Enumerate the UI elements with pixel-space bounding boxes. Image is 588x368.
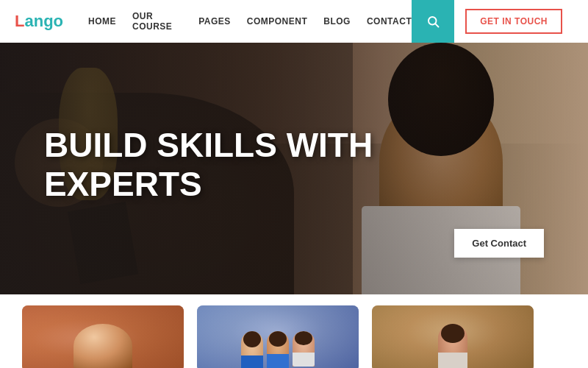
logo[interactable]: Lango (15, 12, 66, 31)
svg-line-1 (436, 24, 439, 26)
nav-item-blog[interactable]: BLOG (323, 16, 351, 26)
figure-shirt-3 (241, 355, 263, 368)
card-thumbnail-2[interactable] (197, 305, 359, 368)
search-icon (426, 15, 440, 28)
get-in-touch-button[interactable]: Get In Touch (465, 9, 562, 34)
figure-shirt-1 (79, 355, 101, 368)
nav-item-pages[interactable]: PAGES (198, 16, 231, 26)
nav-item-contact[interactable]: CONTACT (367, 16, 412, 26)
figure-6 (438, 324, 467, 368)
logo-letter-l: L (15, 12, 24, 30)
figure-1 (79, 331, 101, 368)
logo-text: ango (24, 12, 63, 30)
nav-item-component[interactable]: COMPONENT (247, 16, 308, 26)
figure-shirt-5 (293, 353, 315, 367)
figure-shirt-4 (267, 354, 289, 368)
nav-links: HOME OUR COURSE PAGES COMPONENT BLOG CON… (88, 11, 412, 32)
figure-shirt-6 (438, 353, 467, 368)
navbar: Lango HOME OUR COURSE PAGES COMPONENT BL… (0, 0, 588, 43)
figure-4 (267, 331, 289, 368)
figure-shirt-2 (105, 353, 127, 367)
card-thumbnail-3[interactable] (372, 305, 534, 368)
cards-section (0, 294, 588, 368)
hero-section: BUILD SKILLS WITH EXPERTS Get Contact (0, 43, 588, 294)
nav-item-our-course[interactable]: OUR COURSE (132, 11, 182, 32)
search-box[interactable] (412, 0, 454, 43)
figure-2 (105, 331, 127, 367)
nav-item-home[interactable]: HOME (88, 16, 116, 26)
card-2-figures (241, 331, 315, 368)
hero-title: BUILD SKILLS WITH EXPERTS (44, 126, 373, 204)
figure-3 (241, 331, 263, 368)
get-contact-button[interactable]: Get Contact (454, 229, 544, 258)
figure-5 (293, 331, 315, 367)
hero-content: BUILD SKILLS WITH EXPERTS (44, 126, 373, 204)
card-thumbnail-1[interactable] (22, 305, 184, 368)
card-1-figures (79, 331, 127, 368)
nav-right: Get In Touch (412, 0, 573, 43)
card-3-figures (438, 324, 467, 368)
